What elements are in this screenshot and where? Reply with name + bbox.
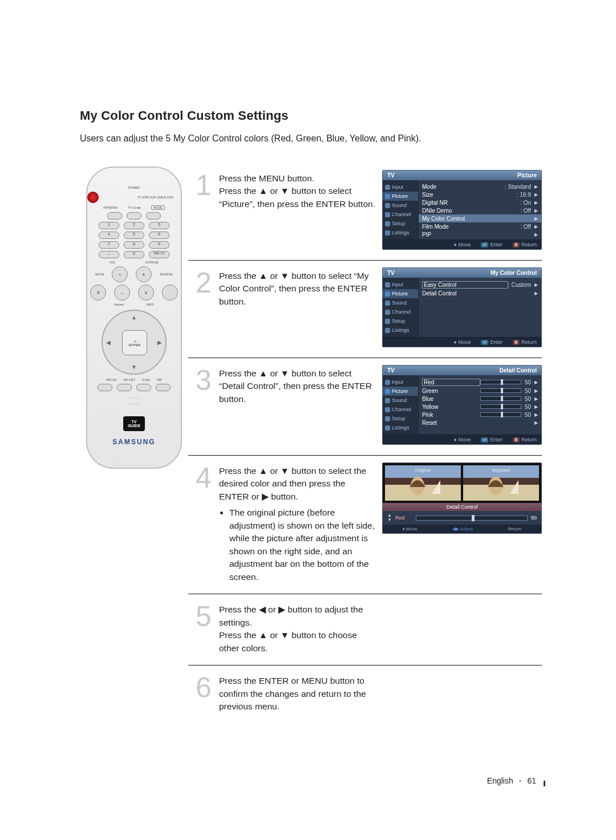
menu-item[interactable]: Pink50▶ xyxy=(422,411,538,419)
power-button[interactable] xyxy=(87,192,99,203)
down-icon[interactable]: ▼ xyxy=(131,364,137,370)
source-button[interactable] xyxy=(162,285,178,301)
step-2: 2 Press the ▲ or ▼ button to select “My … xyxy=(188,264,542,358)
menu-item[interactable]: Yellow50▶ xyxy=(422,403,538,411)
osd-sidebar: Input Picture Sound Channel Setup Listin… xyxy=(383,180,419,240)
menu-item[interactable]: Mode: Standard▶ xyxy=(422,182,538,190)
menu-item[interactable]: Detail Control▶ xyxy=(422,289,538,297)
osd-mycolor-menu: TVMy Color Control Input Picture Sound C… xyxy=(382,267,542,347)
step-4: 4 Press the ▲ or ▼ button to select the … xyxy=(188,459,542,594)
step-1: 1 Press the MENU button. Press the ▲ or … xyxy=(188,167,542,261)
right-icon[interactable]: ▶ xyxy=(157,339,162,346)
menu-item[interactable]: My Color Control▶ xyxy=(419,214,541,222)
svg-marker-1 xyxy=(432,480,440,494)
menu-item[interactable]: Digital NR: On▶ xyxy=(422,198,538,206)
osd-detail-menu: TVDetail Control Input Picture Sound Cha… xyxy=(382,365,542,445)
mode-button[interactable]: MODE xyxy=(151,205,165,210)
mute-button[interactable]: ✕ xyxy=(90,285,106,301)
step-3: 3 Press the ▲ or ▼ button to select “Det… xyxy=(188,362,542,456)
up-icon[interactable]: ▲ xyxy=(131,314,137,320)
page-title: My Color Control Custom Settings xyxy=(80,108,542,123)
menu-item[interactable]: PIP▶ xyxy=(422,230,538,238)
device-labels: TV STB VCR CABLE DVD xyxy=(137,196,181,199)
enter-button[interactable]: ⏎ ENTER xyxy=(122,330,147,355)
step-number: 1 xyxy=(188,170,219,250)
step-text: Press the MENU button. Press the ▲ or ▼ … xyxy=(219,170,382,250)
left-icon[interactable]: ◀ xyxy=(106,339,111,346)
remote-control: POWER TV STB VCR CABLE DVD ANTENNA TV Gu… xyxy=(86,167,182,469)
svg-marker-3 xyxy=(510,480,518,494)
step-6: 6 Press the ENTER or MENU button to conf… xyxy=(188,669,542,723)
menu-item[interactable]: Reset▶ xyxy=(422,419,538,427)
led-dots: ○ ○ ○○ ○ ○ xyxy=(87,395,181,407)
osd-picture-menu: TVPicture Input Picture Sound Channel Se… xyxy=(382,170,542,250)
menu-item[interactable]: Size: 16:9▶ xyxy=(422,190,538,198)
step-5: 5 Press the ◀ or ▶ button to adjust the … xyxy=(188,598,542,665)
key-1[interactable]: 1 xyxy=(99,222,119,229)
menu-item[interactable]: Green50▶ xyxy=(422,387,538,395)
menu-item[interactable]: Red50▶ xyxy=(422,378,538,387)
power-label: POWER xyxy=(128,186,140,189)
tvguide-logo: TV GUIDE xyxy=(123,416,145,431)
vol-up[interactable]: + xyxy=(112,266,128,282)
ch-up[interactable]: ∧ xyxy=(136,266,152,282)
menu-item[interactable]: Blue50▶ xyxy=(422,395,538,403)
menu-item[interactable]: DNIe Demo: Off▶ xyxy=(422,206,538,214)
nav-pad[interactable]: ▲ ▼ ◀ ▶ ⏎ ENTER xyxy=(102,310,167,375)
page-footer: English - 61 xyxy=(487,776,542,785)
intro-text: Users can adjust the 5 My Color Control … xyxy=(80,133,542,144)
brand-label: SAMSUNG xyxy=(87,438,181,446)
menu-item[interactable]: Film Mode: Off▶ xyxy=(422,222,538,230)
osd-preview: Original Adjusted Detail Control ▲▼ Red xyxy=(382,462,542,534)
vol-down[interactable]: – xyxy=(114,285,130,301)
ch-down[interactable]: ∨ xyxy=(138,285,154,301)
menu-item[interactable]: Easy Control: Custom▶ xyxy=(422,280,538,289)
